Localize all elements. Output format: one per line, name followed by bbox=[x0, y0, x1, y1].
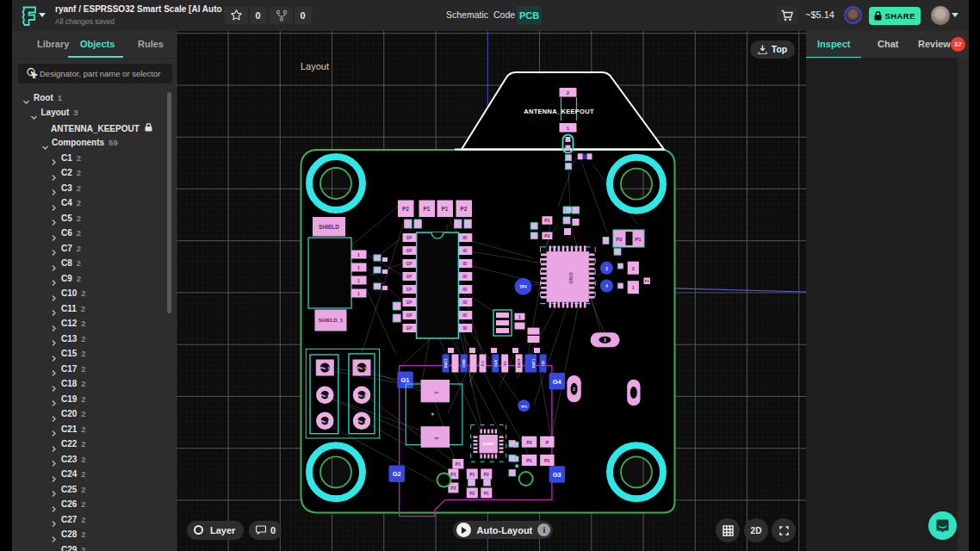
svg-text:SHIELD: SHIELD bbox=[319, 224, 339, 230]
svg-text:DAT0: DAT0 bbox=[517, 358, 521, 368]
svg-text:IO: IO bbox=[463, 313, 468, 318]
svg-text:GP: GP bbox=[406, 313, 412, 318]
svg-text:CMD: CMD bbox=[462, 359, 466, 368]
svg-text:AGND: AGND bbox=[483, 442, 493, 446]
svg-text:GND: GND bbox=[568, 272, 574, 284]
svg-text:TP4: TP4 bbox=[519, 285, 527, 289]
svg-text:GP: GP bbox=[406, 326, 412, 331]
svg-text:GP: GP bbox=[406, 249, 412, 253]
svg-text:IO: IO bbox=[463, 262, 468, 266]
svg-text:P1: P1 bbox=[544, 458, 550, 463]
svg-text:Pin_2: Pin_2 bbox=[357, 394, 366, 398]
svg-text:ANTENNA_KEEPOUT: ANTENNA_KEEPOUT bbox=[524, 108, 594, 115]
svg-text:1: 1 bbox=[357, 252, 360, 257]
svg-text:IO: IO bbox=[463, 236, 468, 240]
svg-text:P.1: P.1 bbox=[481, 360, 485, 365]
svg-text:Pin_3: Pin_3 bbox=[357, 420, 366, 424]
svg-text:Pin_1: Pin_1 bbox=[320, 367, 329, 370]
svg-text:1: 1 bbox=[518, 314, 521, 319]
svg-text:P1: P1 bbox=[526, 458, 532, 463]
svg-text:P2: P2 bbox=[402, 206, 409, 212]
svg-text:G2: G2 bbox=[393, 470, 401, 478]
svg-text:IO: IO bbox=[463, 288, 468, 292]
svg-text:P2: P2 bbox=[544, 233, 549, 238]
svg-text:GP: GP bbox=[406, 275, 412, 279]
svg-text:DAT1: DAT1 bbox=[531, 358, 536, 368]
svg-text:Pin_2: Pin_2 bbox=[320, 394, 329, 398]
svg-text:P1: P1 bbox=[456, 461, 461, 467]
svg-text:GP: GP bbox=[406, 300, 412, 305]
svg-text:P1: P1 bbox=[442, 206, 449, 212]
svg-text:P1: P1 bbox=[635, 237, 642, 242]
svg-text:IO: IO bbox=[463, 275, 468, 279]
svg-text:P2: P2 bbox=[469, 491, 474, 496]
svg-text:2: 2 bbox=[632, 266, 635, 271]
svg-text:G4: G4 bbox=[553, 378, 562, 386]
svg-text:Pin_1: Pin_1 bbox=[357, 367, 366, 370]
svg-text:DAT2: DAT2 bbox=[443, 358, 448, 368]
svg-text:1: 1 bbox=[357, 291, 360, 296]
svg-text:P3: P3 bbox=[645, 279, 650, 283]
svg-text:GP: GP bbox=[406, 288, 412, 292]
svg-text:Pin_3: Pin_3 bbox=[320, 420, 329, 424]
svg-text:1: 1 bbox=[632, 285, 635, 290]
svg-text:1: 1 bbox=[357, 265, 360, 270]
svg-text:P1: P1 bbox=[469, 472, 474, 477]
svg-text:P1: P1 bbox=[544, 218, 549, 223]
svg-text:P2: P2 bbox=[526, 440, 532, 445]
svg-text:SHIELD_1: SHIELD_1 bbox=[319, 318, 344, 323]
svg-text:P1: P1 bbox=[424, 206, 431, 212]
svg-text:P2: P2 bbox=[484, 472, 489, 477]
svg-text:P1: P1 bbox=[484, 491, 489, 496]
svg-text:GP: GP bbox=[406, 236, 412, 240]
svg-text:P2: P2 bbox=[450, 486, 456, 491]
svg-text:P2: P2 bbox=[503, 361, 507, 366]
svg-text:CD: CD bbox=[541, 361, 545, 366]
svg-text:P2: P2 bbox=[461, 206, 468, 212]
svg-text:G3: G3 bbox=[553, 471, 561, 479]
svg-text:P1: P1 bbox=[450, 472, 456, 477]
svg-text:CLK: CLK bbox=[493, 360, 498, 368]
svg-text:P: P bbox=[545, 440, 549, 445]
svg-text:TP3: TP3 bbox=[521, 405, 528, 409]
svg-text:G1: G1 bbox=[400, 376, 409, 384]
svg-text:IO: IO bbox=[463, 326, 468, 331]
svg-text:1: 1 bbox=[357, 278, 360, 283]
svg-text:P2: P2 bbox=[616, 237, 623, 242]
svg-text:IO: IO bbox=[463, 300, 468, 305]
svg-text:IO: IO bbox=[463, 249, 468, 253]
svg-text:GP: GP bbox=[406, 262, 412, 266]
